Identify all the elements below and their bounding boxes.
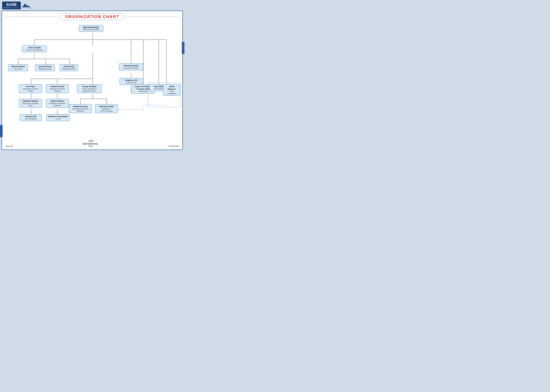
basheer-name: Basheer KP <box>21 115 40 118</box>
svg-rect-0 <box>22 6 29 7</box>
safiullah-name: Safiullah Rashid <box>21 100 40 103</box>
logo-marine-text: MARINE L.L.C. <box>4 7 19 8</box>
virasp-title: Senior Operations &Logistics Executive <box>79 88 100 92</box>
logo-area: AHM MARINE L.L.C. <box>2 1 31 9</box>
carl-node: Carl Patel Operations Executive(Ports) <box>19 84 42 93</box>
svg-marker-6 <box>24 3 25 4</box>
safiullah-title: Operations Coordinator(Ports) <box>21 103 40 107</box>
svg-marker-4 <box>29 7 31 8</box>
awaab-name: Awaab Ahmed <box>48 85 67 88</box>
outdoor-title: (1,2,3) <box>48 118 68 120</box>
signature-block: 𝒫𝒮 HECTOR PATEL CEO <box>83 139 98 147</box>
logo-ship-icon <box>21 2 31 9</box>
side-decoration-left <box>0 125 3 137</box>
siddhartha-node: Siddhartha Roy Operations Coordinator(Of… <box>69 104 92 113</box>
sushma-title: Shipping Accounts <box>37 68 53 70</box>
svg-marker-3 <box>21 7 23 8</box>
abdullah-title: Operations /PRO Coordinator <box>97 108 116 112</box>
virasp-name: Virasp Vazifdar <box>79 85 100 88</box>
outdoor-name: Outdoor Coordinator <box>48 115 68 118</box>
logo-ahm-text: AHM <box>6 2 17 7</box>
sig-title: CEO <box>83 145 98 147</box>
awaab-node: Awaab Ahmed Operations Executive(Project… <box>46 84 69 93</box>
safiullah-node: Safiullah Rashid Operations Coordinator(… <box>19 99 42 108</box>
anant-node: Anant Trivedi Finance / HR Manager <box>22 45 47 52</box>
side-decoration-right <box>182 42 184 54</box>
awaab-title: Operations Executive(Projects) <box>48 88 67 92</box>
virasp-node: Virasp Vazifdar Senior Operations &Logis… <box>77 84 102 93</box>
rajesh-title: Operations Coordinator(Offshore) <box>48 103 67 107</box>
basheer-title: Port Coordinator <box>21 118 40 120</box>
svg-marker-1 <box>24 4 26 6</box>
mohamed-name: Mohamed Salih <box>121 64 141 67</box>
sig-name: HECTOR PATEL <box>83 143 98 145</box>
shajimon-title: Archives Clerk <box>121 82 141 84</box>
dashed-region <box>148 83 181 107</box>
abdullah-node: Abdullah Qadar Operations /PRO Coordinat… <box>95 104 118 113</box>
title-box: ORGANIZATION CHART <box>60 13 124 20</box>
anant-name: Anant Trivedi <box>24 46 45 49</box>
nilzeek-name: Nilzeek Nislad <box>10 65 26 68</box>
nilzeek-node: Nilzeek Nislad Accountant <box>8 64 28 71</box>
anant-title: Finance / HR Manager <box>24 49 45 51</box>
ceo-name: HECTOR PATEL <box>82 26 100 29</box>
outdoor-node: Outdoor Coordinator (1,2,3) <box>46 114 70 121</box>
prabha-title: Shipping Accounts <box>62 68 76 70</box>
revision-label: Rev. 08 <box>6 145 13 147</box>
chart-title-area: ORGANIZATION CHART <box>5 13 179 20</box>
shajimon-node: Shajimon CN Archives Clerk <box>119 78 143 85</box>
siddhartha-name: Siddhartha Roy <box>71 105 90 108</box>
sushma-name: Sushma Barik <box>37 65 53 68</box>
carl-name: Carl Patel <box>21 85 40 88</box>
nilzeek-title: Accountant <box>10 68 26 70</box>
svg-rect-2 <box>26 4 27 6</box>
carl-title: Operations Executive(Ports) <box>21 88 40 92</box>
footer-date: 03.08.2020 <box>169 145 179 147</box>
mohamed-title: Document Controller <box>121 67 141 69</box>
ceo-node: HECTOR PATEL Chief Executive Officer <box>79 25 104 32</box>
rajesh-name: Rajesh Khiara <box>48 100 67 103</box>
connector-svg <box>5 22 180 139</box>
abdullah-name: Abdullah Qadar <box>97 105 116 108</box>
chart-container: ORGANIZATION CHART <box>1 11 183 150</box>
signature-scribble: 𝒫𝒮 <box>83 139 98 143</box>
shajimon-name: Shajimon CN <box>121 79 141 82</box>
sushma-node: Sushma Barik Shipping Accounts <box>35 64 55 71</box>
prabha-node: Prabha Raj Shipping Accounts <box>60 64 78 71</box>
chart-footer: Rev. 08 𝒫𝒮 HECTOR PATEL CEO 03.08.2020 <box>5 139 179 147</box>
siddhartha-title: Operations Coordinator(Offshore) <box>71 108 90 112</box>
chart-body: HECTOR PATEL Chief Executive Officer Ana… <box>5 22 180 139</box>
logo-box: AHM MARINE L.L.C. <box>2 1 21 9</box>
prabha-name: Prabha Raj <box>62 65 76 68</box>
rajesh-node: Rajesh Khiara Operations Coordinator(Off… <box>46 99 69 108</box>
ceo-title: Chief Executive Officer <box>82 29 100 31</box>
mohamed-node: Mohamed Salih Document Controller <box>119 63 143 70</box>
basheer-node: Basheer KP Port Coordinator <box>20 114 42 121</box>
chart-title-text: ORGANIZATION CHART <box>65 14 119 19</box>
